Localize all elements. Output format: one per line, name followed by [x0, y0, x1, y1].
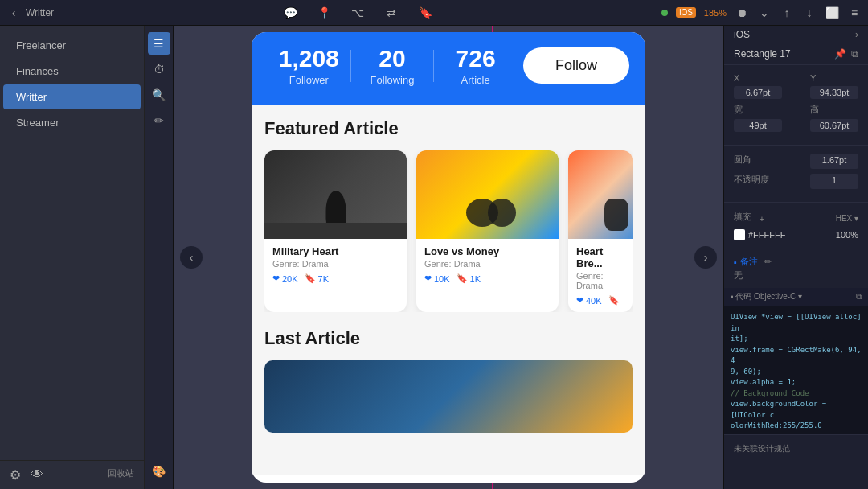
fill-add-icon[interactable]: + [755, 212, 769, 226]
canvas-area: ‹ 21pt 1,208 Follower 20 Following [174, 26, 723, 489]
bookmarks-2: 🔖 1K [457, 273, 481, 284]
code-line-3: view.frame = CGRectMake(6, 94, 4 [731, 345, 862, 367]
expand-icon[interactable]: › [855, 29, 858, 40]
tool-history[interactable]: ⏱ [148, 58, 170, 80]
code-icon[interactable]: ⌥ [350, 6, 365, 20]
window-bars [264, 223, 407, 239]
window-icon[interactable]: ⬜ [825, 6, 839, 20]
y-value[interactable]: 94.33pt [810, 86, 858, 99]
stats-row: 1,208 Follower 20 Following 726 Article … [268, 45, 629, 86]
sidebar-item-streamer[interactable]: Streamer [3, 110, 141, 135]
article-genre-2: Genre: Drama [424, 259, 551, 269]
fill-label: 填充 [734, 211, 751, 223]
code-comment-1: // Background Code [731, 388, 862, 400]
article-img-3 [568, 150, 633, 239]
article-genre-3: Genre: Drama [576, 271, 624, 290]
tool-palette[interactable]: 🎨 [148, 460, 170, 483]
nav-next-button[interactable]: › [694, 246, 717, 269]
article-card-1[interactable]: Military Heart Genre: Drama ❤ 20K 🔖 7K [264, 150, 407, 312]
sidebar-item-writter[interactable]: Writter [3, 84, 141, 109]
featured-articles-row: Military Heart Genre: Drama ❤ 20K 🔖 7K [264, 150, 633, 312]
code-lang-bar: ▪ 代码 Objective-C ▾ ⧉ [724, 288, 868, 306]
status-dot [661, 10, 668, 16]
fill-color-left: #FFFFFF [734, 229, 785, 240]
main-layout: Freelancer Finances Writter Streamer ⚙ 👁… [0, 26, 868, 489]
eye-icon[interactable]: 👁 [31, 467, 43, 483]
pin-icon[interactable]: 📌 [834, 48, 846, 60]
article-img-1 [264, 150, 407, 239]
fill-row: 填充 + HEX ▾ [734, 211, 858, 226]
record-icon[interactable]: ⏺ [735, 6, 749, 20]
code-line-5: view.alpha = 1; [731, 377, 862, 388]
height-label: 高 [810, 104, 858, 116]
copy-icon[interactable]: ⧉ [851, 48, 858, 60]
phone-body[interactable]: Featured Article Military Heart Genre: D… [252, 105, 645, 475]
note-section: ▪ 备注 ✏ 无 [724, 249, 868, 288]
nav-prev-button[interactable]: ‹ [180, 246, 203, 269]
article-label: Article [434, 74, 517, 86]
note-value: 无 [734, 269, 858, 281]
height-value[interactable]: 60.67pt [810, 119, 858, 132]
copy-code-icon[interactable]: ⧉ [856, 292, 862, 302]
article-meta-2: ❤ 10K 🔖 1K [424, 273, 551, 284]
chat-icon[interactable]: 💬 [283, 6, 297, 20]
phone-frame: 1,208 Follower 20 Following 726 Article … [252, 32, 645, 483]
article-card-3[interactable]: Heart Bre... Genre: Drama ❤ 40K 🔖 [568, 150, 633, 312]
menu-icon[interactable]: ≡ [847, 6, 862, 20]
stat-follower: 1,208 Follower [268, 45, 350, 86]
article-info-1: Military Heart Genre: Drama ❤ 20K 🔖 7K [264, 239, 407, 290]
follower-value: 1,208 [268, 45, 350, 72]
radius-row: 圆角 1.67pt [734, 154, 858, 169]
width-label: 宽 [734, 104, 782, 116]
swap-icon[interactable]: ⇄ [384, 6, 399, 20]
silhouette-3 [604, 199, 628, 231]
likes-1: ❤ 20K [272, 273, 298, 284]
code-line-4: 9, 60); [731, 367, 862, 378]
likes-2: ❤ 10K [424, 273, 450, 284]
platform-label: iOS [734, 29, 750, 40]
color-swatch[interactable] [734, 229, 745, 240]
radius-label: 圆角 [734, 154, 751, 166]
sidebar-item-finances[interactable]: Finances [3, 59, 141, 84]
likes-3: ❤ 40K [576, 295, 602, 306]
opacity-value[interactable]: 1 [810, 174, 858, 189]
radius-value[interactable]: 1.67pt [810, 154, 858, 169]
download-icon[interactable]: ↓ [802, 6, 817, 20]
fill-opacity[interactable]: 100% [836, 230, 858, 240]
x-value[interactable]: 6.67pt [734, 86, 782, 99]
wh-row: 宽 49pt 高 60.67pt [734, 104, 858, 132]
code-line-6: view.backgroundColor = [UIColor c [731, 399, 862, 421]
element-header: Rectangle 17 📌 ⧉ [724, 43, 868, 65]
style-section: 圆角 1.67pt 不透明度 1 [724, 146, 868, 203]
sidebar-footer: ⚙ 👁 回收站 [0, 460, 144, 489]
follow-button[interactable]: Follow [523, 47, 629, 84]
article-card-2[interactable]: Love vs Money Genre: Drama ❤ 10K 🔖 1K [416, 150, 559, 312]
opacity-row: 不透明度 1 [734, 174, 858, 189]
code-section-label: ▪ 代码 Objective-C ▾ [731, 291, 802, 302]
settings-icon[interactable]: ⚙ [10, 467, 21, 483]
tool-search[interactable]: 🔍 [148, 84, 170, 106]
stat-article: 726 Article [434, 45, 517, 86]
code-line-7: olorWithRed:255/255.0 green:255/2 [731, 421, 862, 434]
back-icon[interactable]: ‹ [6, 6, 21, 20]
edit-icon[interactable]: ✏ [764, 257, 772, 267]
article-meta-3: ❤ 40K 🔖 [576, 295, 624, 306]
zoom-badge: iOS [676, 7, 696, 18]
top-bar-center: 💬 📍 ⌥ ⇄ 🔖 [54, 6, 661, 20]
following-value: 20 [351, 45, 434, 72]
tools-bar: ☰ ⏱ 🔍 ✏ 🎨 [145, 26, 174, 489]
tool-pen[interactable]: ✏ [148, 109, 170, 132]
bookmark-top-icon[interactable]: 🔖 [418, 6, 432, 20]
top-bar-right: iOS 185% ⏺ ⌄ ↑ ↓ ⬜ ≡ [661, 6, 862, 20]
width-value[interactable]: 49pt [734, 119, 782, 132]
location-icon[interactable]: 📍 [317, 6, 331, 20]
share-icon[interactable]: ↑ [780, 6, 794, 20]
chevron-icon[interactable]: ⌄ [757, 6, 772, 20]
article-value: 726 [434, 45, 517, 72]
sidebar-item-freelancer[interactable]: Freelancer [3, 33, 141, 58]
tool-layers[interactable]: ☰ [148, 32, 170, 55]
article-info-3: Heart Bre... Genre: Drama ❤ 40K 🔖 [568, 239, 633, 312]
code-line-1: UIView *view = [[UIView alloc] in [731, 312, 862, 334]
silhouette-2b [488, 199, 516, 227]
footer-note-section: 未关联设计规范 [724, 434, 868, 459]
